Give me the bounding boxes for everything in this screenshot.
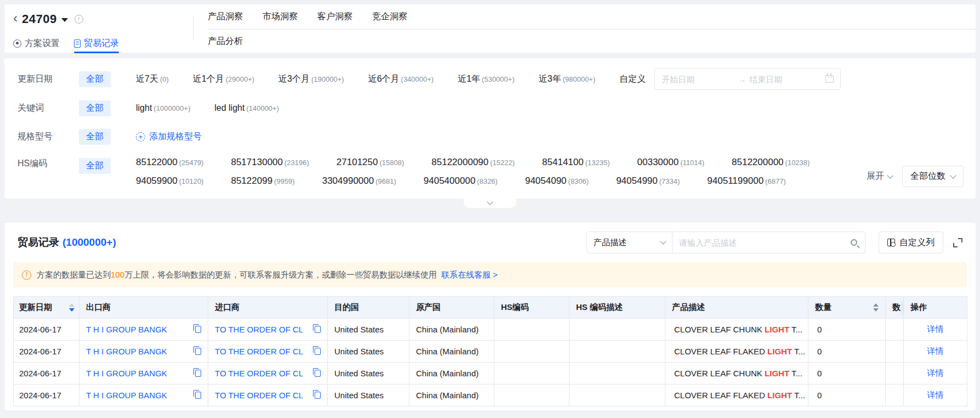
exporter-link[interactable]: T H I GROUP BANGK bbox=[86, 325, 167, 334]
copy-icon[interactable] bbox=[315, 370, 321, 377]
detail-link[interactable]: 详情 bbox=[927, 390, 944, 399]
option-count: (980000+) bbox=[563, 75, 596, 83]
keyword-all-chip[interactable]: 全部 bbox=[79, 100, 111, 116]
detail-link[interactable]: 详情 bbox=[927, 324, 944, 334]
hs-code-all-chip[interactable]: 全部 bbox=[79, 158, 111, 174]
custom-date-label[interactable]: 自定义 bbox=[619, 74, 646, 85]
start-date-input[interactable] bbox=[662, 75, 734, 84]
keyword-option[interactable]: led light(140000+) bbox=[214, 103, 279, 113]
hs-code-option[interactable]: 85122000090(15222) bbox=[431, 157, 515, 168]
search-field-select[interactable]: 产品描述 bbox=[586, 231, 673, 253]
hs-code-option[interactable]: 94054990(7334) bbox=[616, 176, 680, 187]
add-spec-button[interactable]: + 添加规格型号 bbox=[136, 131, 202, 143]
hs-digits-select[interactable]: 全部位数 bbox=[902, 166, 964, 187]
keyword-option[interactable]: light(1000000+) bbox=[136, 103, 190, 113]
copy-icon[interactable] bbox=[195, 392, 201, 399]
search-icon[interactable] bbox=[851, 239, 857, 246]
col-exporter: 出口商 bbox=[79, 297, 208, 319]
contact-support-link[interactable]: 联系在线客服 > bbox=[441, 270, 498, 279]
cell-update-date: 2024-06-17 bbox=[14, 385, 79, 406]
importer-link[interactable]: TO THE ORDER OF CL bbox=[215, 347, 303, 356]
plan-dropdown-icon[interactable] bbox=[61, 18, 68, 22]
trade-records-header: 贸易记录 (1000000+) 产品描述 自定义列 bbox=[13, 230, 967, 255]
spec-all-chip[interactable]: 全部 bbox=[79, 129, 111, 145]
calendar-icon[interactable] bbox=[825, 75, 834, 83]
update-date-option[interactable]: 近1年(530000+) bbox=[458, 74, 515, 85]
importer-link[interactable]: TO THE ORDER OF CL bbox=[215, 369, 303, 378]
option-count: (10120) bbox=[179, 177, 204, 185]
hs-code-option[interactable]: 9405400000(8326) bbox=[424, 176, 498, 187]
hs-code-option[interactable]: 85122000(25479) bbox=[136, 157, 203, 168]
exporter-link[interactable]: T H I GROUP BANGK bbox=[86, 369, 167, 378]
plan-info-icon[interactable]: ! bbox=[75, 15, 83, 24]
col-quantity[interactable]: 数量 bbox=[808, 297, 886, 319]
hs-expand-toggle[interactable]: 展开 bbox=[867, 171, 892, 182]
subnav-tab-product-analysis[interactable]: 产品分析 bbox=[208, 36, 243, 47]
filter-row-keyword: 关键词 全部 light(1000000+)led light(140000+) bbox=[18, 98, 962, 118]
update-date-option[interactable]: 近3年(980000+) bbox=[539, 74, 596, 85]
option-count: (15222) bbox=[490, 159, 515, 167]
hs-code-option[interactable]: 27101250(15808) bbox=[337, 157, 404, 168]
option-count: (11014) bbox=[680, 159, 704, 167]
trade-records-section: 贸易记录 (1000000+) 产品描述 自定义列 ! 方案的数据量已达到100… bbox=[4, 223, 976, 410]
nav-tab[interactable]: 客户洞察 bbox=[317, 11, 352, 22]
update-date-option[interactable]: 近7天(0) bbox=[136, 74, 169, 85]
quota-highlight: 100 bbox=[111, 270, 124, 279]
cell-exporter: T H I GROUP BANGK bbox=[79, 363, 208, 385]
copy-icon[interactable] bbox=[315, 326, 321, 333]
hs-code-options: 85122000(25479)8517130000(23196)27101250… bbox=[136, 157, 865, 187]
option-count: (190000+) bbox=[311, 75, 344, 83]
hs-code-option[interactable]: 8517130000(23196) bbox=[231, 157, 309, 168]
date-range-picker[interactable]: → bbox=[654, 68, 841, 90]
nav-tab[interactable]: 竞企洞察 bbox=[372, 11, 407, 22]
hs-code-option[interactable]: 00330000(11014) bbox=[637, 157, 704, 168]
hs-code-option[interactable]: 94051199000(6877) bbox=[707, 176, 785, 187]
end-date-input[interactable] bbox=[749, 75, 822, 84]
update-date-option[interactable]: 近1个月(29000+) bbox=[193, 74, 254, 85]
search-box bbox=[673, 231, 865, 253]
tab-trade-records[interactable]: 贸易记录 bbox=[74, 34, 119, 53]
hs-code-option[interactable]: 8512200000(10238) bbox=[732, 157, 810, 168]
copy-icon[interactable] bbox=[195, 326, 201, 333]
back-icon[interactable]: ‹ bbox=[13, 12, 18, 25]
add-spec-label: 添加规格型号 bbox=[149, 131, 202, 143]
exporter-link[interactable]: T H I GROUP BANGK bbox=[86, 347, 167, 356]
hs-code-option[interactable]: 3304990000(9681) bbox=[322, 176, 396, 187]
tab-plan-settings-label: 方案设置 bbox=[25, 38, 60, 49]
copy-icon[interactable] bbox=[315, 392, 321, 399]
importer-link[interactable]: TO THE ORDER OF CL bbox=[215, 325, 303, 334]
col-hs-description: HS 编码描述 bbox=[569, 297, 665, 319]
cell-destination: United States bbox=[328, 363, 409, 385]
update-date-option[interactable]: 近3个月(190000+) bbox=[278, 74, 344, 85]
cell-hs-description bbox=[569, 385, 665, 406]
copy-icon[interactable] bbox=[315, 348, 321, 355]
exporter-link[interactable]: T H I GROUP BANGK bbox=[86, 391, 167, 400]
sort-icon[interactable] bbox=[69, 303, 75, 312]
sort-icon[interactable] bbox=[873, 303, 879, 312]
table-row: 2024-06-17 T H I GROUP BANGK TO THE ORDE… bbox=[14, 341, 967, 363]
date-range-arrow-icon: → bbox=[738, 75, 746, 84]
update-date-option[interactable]: 近6个月(340000+) bbox=[368, 74, 434, 85]
hs-code-option[interactable]: 85414100(13235) bbox=[542, 157, 609, 168]
hs-code-option[interactable]: 94059900(10120) bbox=[136, 176, 203, 187]
option-count: (0) bbox=[160, 75, 169, 83]
main-nav: 产品洞察市场洞察客户洞察竞企洞察 产品分析 bbox=[193, 4, 976, 53]
option-count: (7334) bbox=[659, 177, 680, 185]
detail-link[interactable]: 详情 bbox=[927, 368, 944, 377]
hs-code-option[interactable]: 85122099(9959) bbox=[231, 176, 294, 187]
collapse-filters-button[interactable] bbox=[464, 199, 516, 208]
importer-link[interactable]: TO THE ORDER OF CL bbox=[215, 391, 303, 400]
nav-tab[interactable]: 市场洞察 bbox=[263, 11, 298, 22]
copy-icon[interactable] bbox=[195, 370, 201, 377]
tab-plan-settings[interactable]: 方案设置 bbox=[13, 34, 60, 53]
trade-records-title: 贸易记录 bbox=[18, 235, 59, 250]
hs-code-option[interactable]: 94054090(8306) bbox=[525, 176, 589, 187]
nav-tab[interactable]: 产品洞察 bbox=[208, 11, 243, 22]
update-date-all-chip[interactable]: 全部 bbox=[79, 71, 111, 87]
customize-columns-button[interactable]: 自定义列 bbox=[879, 231, 943, 253]
search-input[interactable] bbox=[679, 238, 851, 247]
col-update-date[interactable]: 更新日期 bbox=[14, 297, 79, 319]
fullscreen-icon[interactable] bbox=[953, 238, 962, 247]
detail-link[interactable]: 详情 bbox=[927, 346, 944, 355]
copy-icon[interactable] bbox=[195, 348, 201, 355]
